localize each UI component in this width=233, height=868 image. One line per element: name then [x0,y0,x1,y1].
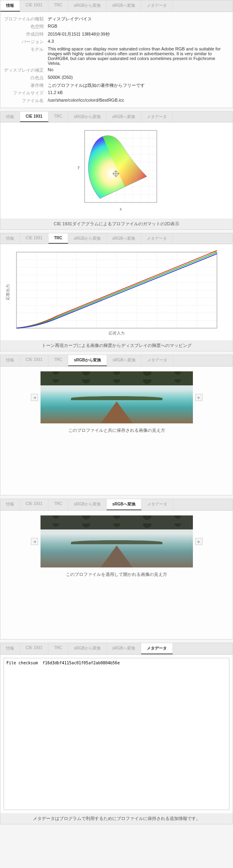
next-image-button[interactable]: ▶ [195,538,203,545]
tab-info[interactable]: 情報 [0,233,20,244]
label-copyright: 著作権 [4,82,48,88]
tab-to-srgb[interactable]: sRGBへ変換 [107,112,141,122]
metadata-value: f16d3dbf4115ac01f05af2ab0804b56e [43,661,120,665]
prev-image-button[interactable]: ◀ [31,538,38,545]
metadata-content: File checksum f16d3dbf4115ac01f05af2ab08… [0,655,233,813]
tabs-6: 情報 CIE 1931 TRC sRGBから変換 sRGBへ変換 メタデータ [0,643,233,655]
from-srgb-content: ◀ ▶ このプロファイルと共に保存される画像の見え方 [0,367,233,495]
cie-caption: CIE 1931ダイアグラムによるプロファイルのガマットの2D表示 [0,219,233,229]
tab-to-srgb[interactable]: sRGBへ変換 [107,643,141,654]
prev-image-button[interactable]: ◀ [31,394,38,401]
tab-trc[interactable]: TRC [49,499,69,510]
value-created: 2015年01月15日 13時48分39秒 [48,31,229,37]
tab-cie[interactable]: CIE 1931 [20,355,49,366]
metadata-body: File checksum f16d3dbf4115ac01f05af2ab08… [4,658,229,810]
value-filesize: 11.2 kB [48,90,229,96]
label-filename: ファイル名 [4,98,48,104]
tabs-1: 情報 CIE 1931 TRC sRGBから変換 sRGBへ変換 メタデータ [0,0,233,12]
tabs-3: 情報 CIE 1931 TRC sRGBから変換 sRGBへ変換 メタデータ [0,233,233,244]
label-colorspace: 色空間 [4,24,48,30]
value-copyright: このプロファイルは既知の著作権からフリーです [48,82,229,88]
trc-xlabel: 応答入力 [109,331,125,335]
tab-from-srgb[interactable]: sRGBから変換 [68,0,107,12]
value-filename: /usr/share/color/icc/colord/BestRGB.icc [48,98,229,104]
label-profile-type: プロファイルの種類 [4,16,48,22]
tab-cie[interactable]: CIE 1931 [20,643,49,654]
trc-caption: トーン再現カーブによる画像の輝度からディスプレイの輝度へのマッピング [0,340,233,351]
preview-image-from-srgb [41,371,193,423]
panel-from-srgb: 情報 CIE 1931 TRC sRGBから変換 sRGBへ変換 メタデータ ◀… [0,355,233,495]
cie-xlabel: x [120,207,122,211]
value-colorspace: RGB [48,24,229,30]
tab-metadata[interactable]: メタデータ [141,643,173,654]
tab-metadata[interactable]: メタデータ [141,233,173,244]
tab-from-srgb[interactable]: sRGBから変換 [68,112,107,122]
label-filesize: ファイルサイズ [4,90,48,96]
tab-to-srgb[interactable]: sRGBへ変換 [107,499,142,510]
tab-info[interactable]: 情報 [0,355,20,366]
metadata-footer: メタデータはプログラムで利用するためにプロファイルに保持される追加情報です。 [0,813,233,824]
tabs-5: 情報 CIE 1931 TRC sRGBから変換 sRGBへ変換 メタデータ [0,499,233,511]
tab-trc[interactable]: TRC [49,355,69,366]
label-version: バージョン [4,39,48,45]
tab-metadata[interactable]: メタデータ [142,355,173,366]
to-srgb-caption: このプロファイルを適用して開かれる画像の見え方 [4,569,229,580]
tab-cie[interactable]: CIE 1931 [20,0,49,12]
info-content: プロファイルの種類ディスプレイデバイス 色空間RGB 作成日時2015年01月1… [0,12,233,108]
to-srgb-content: ◀ ▶ このプロファイルを適用して開かれる画像の見え方 [0,511,233,639]
tab-trc[interactable]: TRC [49,643,69,654]
tab-metadata[interactable]: メタデータ [141,112,173,122]
trc-ylabel: 応答出力 [6,284,10,300]
tab-to-srgb[interactable]: sRGBへ変換 [107,0,141,12]
value-profile-type: ディスプレイデバイス [48,16,229,22]
tab-info[interactable]: 情報 [0,0,20,12]
tab-info[interactable]: 情報 [0,499,20,510]
from-srgb-caption: このプロファイルと共に保存される画像の見え方 [4,425,229,436]
cie-chart: x y [0,122,233,219]
tab-cie[interactable]: CIE 1931 [20,499,49,510]
label-created: 作成日時 [4,31,48,37]
panel-trc: 情報 CIE 1931 TRC sRGBから変換 sRGBへ変換 メタデータ 応… [0,233,233,351]
label-display-corr: ディスプレイの補正 [4,67,48,73]
tab-to-srgb[interactable]: sRGBへ変換 [107,233,141,244]
label-whitepoint: 白色点 [4,75,48,81]
panel-metadata: 情報 CIE 1931 TRC sRGBから変換 sRGBへ変換 メタデータ F… [0,643,233,824]
value-display-corr: No [48,67,229,73]
tabs-2: 情報 CIE 1931 TRC sRGBから変換 sRGBへ変換 メタデータ [0,112,233,122]
tab-from-srgb[interactable]: sRGBから変換 [68,499,107,510]
preview-image-to-srgb [41,515,193,567]
tab-from-srgb[interactable]: sRGBから変換 [68,643,107,654]
tabs-4: 情報 CIE 1931 TRC sRGBから変換 sRGBへ変換 メタデータ [0,355,233,367]
tab-cie[interactable]: CIE 1931 [20,112,49,122]
tab-trc[interactable]: TRC [49,233,69,244]
tab-info[interactable]: 情報 [0,643,20,654]
panel-cie: 情報 CIE 1931 TRC sRGBから変換 sRGBへ変換 メタデータ [0,111,233,230]
panel-info: 情報 CIE 1931 TRC sRGBから変換 sRGBへ変換 メタデータ プ… [0,0,233,108]
tab-from-srgb[interactable]: sRGBから変換 [68,355,107,366]
tab-metadata[interactable]: メタデータ [141,0,173,12]
tab-trc[interactable]: TRC [49,0,69,12]
cie-ylabel: y [77,165,79,169]
value-whitepoint: 5000K (D50) [48,75,229,81]
tab-trc[interactable]: TRC [49,112,69,122]
tab-cie[interactable]: CIE 1931 [20,233,49,244]
panel-to-srgb: 情報 CIE 1931 TRC sRGBから変換 sRGBへ変換 メタデータ ◀… [0,499,233,639]
value-model: This editing space can display more satu… [48,46,229,66]
label-model: モデル [4,46,48,66]
trc-chart: 応答入力 応答出力 [0,244,233,340]
tab-metadata[interactable]: メタデータ [142,499,173,510]
metadata-key: File checksum [6,661,43,665]
value-version: 4.3 [48,39,229,45]
tab-info[interactable]: 情報 [0,112,20,122]
tab-from-srgb[interactable]: sRGBから変換 [68,233,107,244]
metadata-row: File checksum f16d3dbf4115ac01f05af2ab08… [6,661,227,665]
tab-to-srgb[interactable]: sRGBへ変換 [107,355,142,366]
next-image-button[interactable]: ▶ [195,394,203,401]
